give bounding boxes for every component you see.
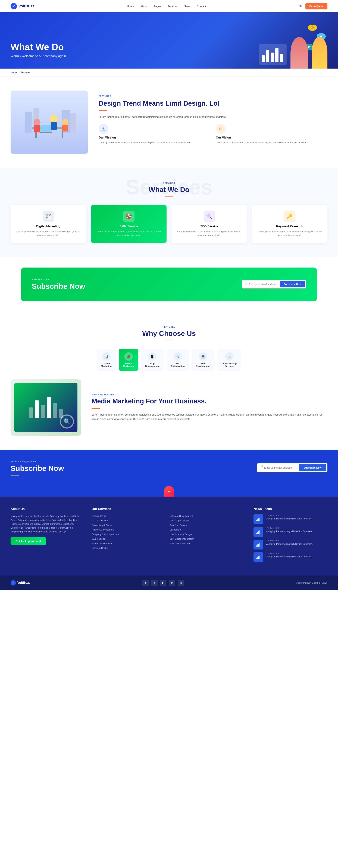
mission-card: ◎ Our Mission Lorem ipsum dolor sit amet…: [98, 124, 210, 149]
why-tab-icon-4: 🔍: [174, 352, 182, 361]
hero-section: What We Do Warmly welcome to our company…: [0, 12, 338, 68]
features-section: Features Design Trend Means Limit Design…: [0, 76, 338, 168]
vision-icon: ⊕: [216, 124, 226, 134]
features-description: Lorem ipsum dolor sit amet, consectetur …: [98, 115, 328, 119]
why-tab-label-1: ContentMarketing: [101, 362, 112, 367]
services-section: Services Services What We Do 📈 Digital M…: [0, 168, 338, 257]
footer-service-item: Software Design: [91, 546, 168, 550]
why-tab-cloud[interactable]: ☁️ Cloud StorageServices: [218, 349, 242, 371]
why-tab-icon-5: 💻: [199, 352, 207, 361]
subscribe-mid-form[interactable]: ✉ Subscribe Now: [242, 280, 306, 288]
linkedin-icon[interactable]: in: [178, 580, 184, 586]
appointment-button[interactable]: Get An Appointment: [10, 537, 46, 545]
news-item-4: 17th June 2014 Managing Partner along wi…: [254, 552, 328, 562]
breadcrumb-separator: |: [19, 71, 19, 74]
quote-button[interactable]: Get A Quote: [305, 3, 328, 9]
subscribe-mid-input[interactable]: [249, 283, 280, 286]
svg-rect-23: [256, 546, 257, 547]
svg-rect-19: [256, 533, 257, 534]
footer-services-col2: Software Development Mobile App Design C…: [170, 514, 247, 551]
service-card-1: 📈 Digital Marketing Lorem ipsum dolor si…: [10, 205, 86, 243]
svg-rect-30: [259, 556, 260, 559]
bar4: [275, 48, 279, 62]
nav-right: EN Get A Quote: [299, 3, 328, 9]
why-header: Features Why Choose Us: [10, 326, 328, 340]
youtube-icon[interactable]: ▶: [160, 580, 166, 586]
footer-services-list: Product Design → UX Design Accounting & …: [91, 514, 247, 551]
footer-copyright: Copyright By@Example - 2020: [296, 582, 328, 584]
why-tab-label-4: SEOOptimization: [171, 362, 185, 367]
svg-rect-14: [62, 125, 68, 131]
nav-services[interactable]: Services: [167, 5, 178, 8]
why-tab-label-3: AppDevelopment: [145, 362, 160, 367]
bar2: [266, 50, 269, 62]
why-content-text: Lorem ipsum dolor sit amet, consectetur …: [91, 412, 328, 421]
why-tag: Features: [10, 326, 328, 328]
breadcrumb-home[interactable]: Home: [10, 71, 17, 74]
footer-sub-left: Get Every Single Update Subscribe Now: [10, 460, 64, 475]
svg-rect-26: [259, 543, 260, 547]
vision-text: Lorem ipsum dolor sit amet, cons ectetur…: [216, 141, 328, 145]
pinterest-icon[interactable]: P: [169, 580, 175, 586]
news-info-2: 17th June 2014 Managing Partner along wi…: [265, 527, 328, 537]
svg-point-11: [50, 115, 58, 123]
footer-sub-small: Get Every Single Update: [10, 460, 64, 463]
why-tab-icon-2: 📣: [124, 352, 133, 361]
nav-news[interactable]: News: [184, 5, 191, 8]
service-text-3: Lorem ipsum dolor sit amet, cons ectetur…: [176, 230, 243, 237]
hero-title: What We Do: [10, 42, 66, 52]
subscribe-mid-wrapper: Newsletter Subscribe Now ✉ Subscribe Now: [0, 268, 338, 301]
news-info-1: 17th June 2014 Managing Partner along wi…: [265, 514, 328, 524]
why-tab-media-marketing[interactable]: 📣 MediaMarketing: [119, 349, 138, 371]
footer-logo-icon: [10, 580, 16, 586]
footer-sub-button[interactable]: Subscribe Now: [299, 464, 327, 471]
nav-about[interactable]: About: [140, 5, 147, 8]
footer-main: About Us Main practice areas of the firm…: [0, 497, 338, 576]
footer-accent-line: [10, 475, 19, 475]
lang-selector[interactable]: EN: [299, 5, 302, 7]
why-tab-seo[interactable]: 🔍 SEOOptimization: [167, 349, 189, 371]
footer-services-col: Our Services Product Design → UX Design …: [91, 507, 247, 565]
footer-news-items: 17th June 2014 Managing Partner along wi…: [254, 514, 328, 562]
why-tab-web-dev[interactable]: 💻 WebDevelopment: [192, 349, 215, 371]
svg-point-7: [33, 119, 40, 126]
news-item-1: 17th June 2014 Managing Partner along wi…: [254, 514, 328, 524]
why-tab-icon-6: ☁️: [225, 352, 234, 361]
svg-rect-20: [257, 532, 258, 534]
svg-rect-9: [40, 125, 51, 132]
email-icon-mid: ✉: [245, 283, 248, 286]
service-card-4: 🔑 Keyword Research Lorem ipsum dolor sit…: [252, 205, 328, 243]
footer-service-item: Mobile App Design: [170, 519, 247, 522]
scroll-top-button[interactable]: ▲: [164, 486, 174, 497]
news-date-3: 17th June 2014: [265, 540, 328, 542]
bar3: [271, 53, 274, 62]
footer-about-text: Main practice areas of the firm include …: [10, 514, 84, 534]
news-thumb-3: [254, 540, 263, 550]
nav-pages[interactable]: Pages: [154, 5, 161, 8]
footer-logo: VoltBuzz: [10, 580, 30, 586]
news-title-1: Managing Partner along with Senior Couns…: [265, 517, 328, 520]
service-text-2: Lorem ipsum dolor sit amet, cons ectetur…: [95, 230, 162, 237]
footer-subscribe-section: Get Every Single Update Subscribe Now ✉ …: [0, 450, 338, 486]
why-text-content: Media Marketing Media Marketing For Your…: [91, 393, 328, 421]
service-icon-4: 🔑: [284, 211, 295, 222]
svg-rect-8: [34, 125, 40, 132]
why-tab-app-development[interactable]: 📱 AppDevelopment: [141, 349, 164, 371]
features-illustration-svg: [21, 101, 78, 143]
footer-sub-form[interactable]: ✉ Subscribe Now: [257, 463, 328, 472]
why-bar-2: [35, 400, 39, 418]
svg-rect-18: [259, 518, 260, 521]
nav-home[interactable]: Home: [127, 5, 134, 8]
facebook-icon[interactable]: f: [142, 580, 149, 586]
subscribe-mid-button[interactable]: Subscribe Now: [280, 281, 305, 287]
features-title: Design Trend Means Limit Design. Lol: [98, 99, 328, 107]
service-title-2: SMM Service: [95, 225, 162, 228]
footer-sub-input[interactable]: [264, 464, 299, 471]
svg-rect-12: [51, 122, 57, 130]
nav-contact[interactable]: Contact: [197, 5, 206, 8]
twitter-icon[interactable]: t: [151, 580, 158, 586]
logo[interactable]: VoltBuzz: [10, 3, 34, 9]
why-tab-content-marketing[interactable]: 📊 ContentMarketing: [97, 349, 116, 371]
why-bar-1: [29, 407, 33, 418]
subscribe-mid-label: Newsletter: [32, 278, 85, 281]
